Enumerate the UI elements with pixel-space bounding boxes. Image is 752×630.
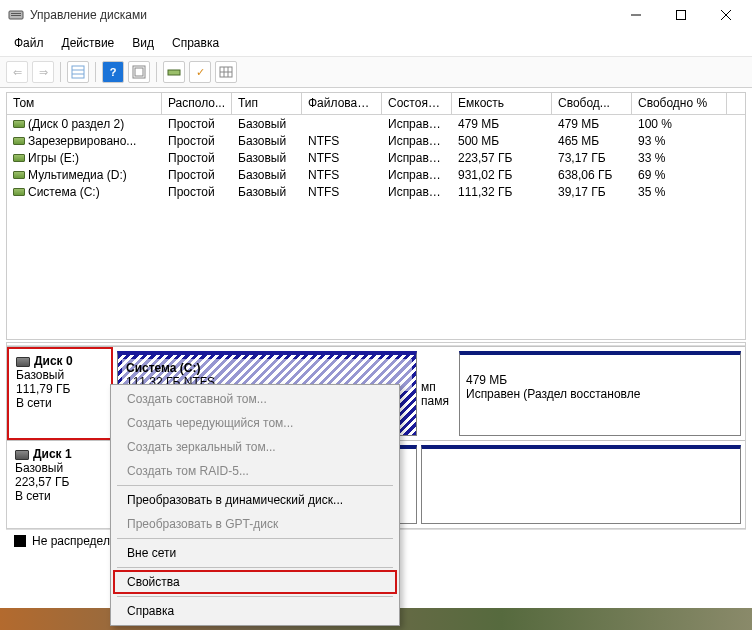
- svg-rect-12: [168, 70, 180, 75]
- menu-view[interactable]: Вид: [124, 34, 162, 52]
- cell-freep: 100 %: [632, 117, 727, 131]
- cell-fs: NTFS: [302, 134, 382, 148]
- cell-state: Исправен...: [382, 117, 452, 131]
- col-fs[interactable]: Файловая с...: [302, 93, 382, 114]
- cell-type: Базовый: [232, 151, 302, 165]
- partition[interactable]: [421, 445, 741, 524]
- cell-cap: 223,57 ГБ: [452, 151, 552, 165]
- svg-rect-7: [72, 66, 84, 78]
- cell-free: 73,17 ГБ: [552, 151, 632, 165]
- table-row[interactable]: Игры (E:) Простой Базовый NTFS Исправен.…: [7, 149, 745, 166]
- col-free-pct[interactable]: Свободно %: [632, 93, 727, 114]
- disk-title: Диск 1: [33, 447, 72, 461]
- disk-size: 111,79 ГБ: [16, 382, 104, 396]
- context-menu: Создать составной том... Создать чередую…: [110, 384, 400, 626]
- menu-help[interactable]: Справка: [164, 34, 227, 52]
- partition[interactable]: 479 МБ Исправен (Раздел восстановле: [459, 351, 741, 436]
- cm-create-spanned[interactable]: Создать составной том...: [113, 387, 397, 411]
- table-row[interactable]: (Диск 0 раздел 2) Простой Базовый Исправ…: [7, 115, 745, 132]
- cm-create-mirror[interactable]: Создать зеркальный том...: [113, 435, 397, 459]
- help-button[interactable]: ?: [102, 61, 124, 83]
- minimize-button[interactable]: [613, 1, 658, 29]
- refresh-button[interactable]: [128, 61, 150, 83]
- cell-cap: 931,02 ГБ: [452, 168, 552, 182]
- disk-status: В сети: [16, 396, 104, 410]
- cell-fs: NTFS: [302, 185, 382, 199]
- cell-cap: 111,32 ГБ: [452, 185, 552, 199]
- toolbar-sep3: [156, 62, 157, 82]
- toolbar: ⇐ ⇒ ? ✓: [0, 57, 752, 88]
- disk-list-button[interactable]: [163, 61, 185, 83]
- col-free[interactable]: Свобод...: [552, 93, 632, 114]
- cell-name: (Диск 0 раздел 2): [28, 117, 124, 131]
- grid-button[interactable]: [215, 61, 237, 83]
- app-icon: [8, 7, 24, 23]
- col-type[interactable]: Тип: [232, 93, 302, 114]
- cm-separator: [117, 538, 393, 539]
- cell-cap: 479 МБ: [452, 117, 552, 131]
- volume-icon: [13, 171, 25, 179]
- col-volume[interactable]: Том: [7, 93, 162, 114]
- cm-offline[interactable]: Вне сети: [113, 541, 397, 565]
- volume-list-header: Том Располо... Тип Файловая с... Состоян…: [7, 93, 745, 115]
- table-row[interactable]: Зарезервировано... Простой Базовый NTFS …: [7, 132, 745, 149]
- cm-create-striped[interactable]: Создать чередующийся том...: [113, 411, 397, 435]
- svg-rect-4: [676, 11, 685, 20]
- cm-properties[interactable]: Свойства: [113, 570, 397, 594]
- partition-label-extra: мп памя: [421, 351, 455, 436]
- svg-rect-2: [11, 15, 21, 16]
- cell-name: Система (C:): [28, 185, 100, 199]
- disk-label-box[interactable]: Диск 1 Базовый 223,57 ГБ В сети: [7, 441, 113, 528]
- view-list-button[interactable]: [67, 61, 89, 83]
- cm-convert-gpt[interactable]: Преобразовать в GPT-диск: [113, 512, 397, 536]
- disk-icon: [16, 357, 30, 367]
- cell-name: Игры (E:): [28, 151, 79, 165]
- cm-create-raid5[interactable]: Создать том RAID-5...: [113, 459, 397, 483]
- cell-free: 465 МБ: [552, 134, 632, 148]
- disk-status: В сети: [15, 489, 104, 503]
- cell-name: Зарезервировано...: [28, 134, 136, 148]
- cell-type: Базовый: [232, 185, 302, 199]
- partition-title: Система (C:): [126, 361, 408, 375]
- cell-name: Мультимедиа (D:): [28, 168, 127, 182]
- cm-help[interactable]: Справка: [113, 599, 397, 623]
- disk-size: 223,57 ГБ: [15, 475, 104, 489]
- cell-freep: 35 %: [632, 185, 727, 199]
- table-row[interactable]: Система (C:) Простой Базовый NTFS Исправ…: [7, 183, 745, 200]
- titlebar: Управление дисками: [0, 0, 752, 30]
- close-button[interactable]: [703, 1, 748, 29]
- partition-size: 479 МБ: [466, 373, 734, 387]
- disk-type: Базовый: [15, 461, 104, 475]
- col-state[interactable]: Состояние: [382, 93, 452, 114]
- cell-type: Базовый: [232, 134, 302, 148]
- back-button[interactable]: ⇐: [6, 61, 28, 83]
- volume-icon: [13, 188, 25, 196]
- col-layout[interactable]: Располо...: [162, 93, 232, 114]
- cell-fs: NTFS: [302, 168, 382, 182]
- cell-freep: 93 %: [632, 134, 727, 148]
- cell-type: Базовый: [232, 168, 302, 182]
- cell-layout: Простой: [162, 185, 232, 199]
- window-title: Управление дисками: [30, 8, 613, 22]
- disk-label-box[interactable]: Диск 0 Базовый 111,79 ГБ В сети: [7, 347, 113, 440]
- cell-type: Базовый: [232, 117, 302, 131]
- col-capacity[interactable]: Емкость: [452, 93, 552, 114]
- cell-free: 39,17 ГБ: [552, 185, 632, 199]
- table-row[interactable]: Мультимедиа (D:) Простой Базовый NTFS Ис…: [7, 166, 745, 183]
- partition-status: Исправен (Раздел восстановле: [466, 387, 734, 401]
- volume-icon: [13, 154, 25, 162]
- cell-free: 638,06 ГБ: [552, 168, 632, 182]
- menu-file[interactable]: Файл: [6, 34, 52, 52]
- cm-convert-dynamic[interactable]: Преобразовать в динамический диск...: [113, 488, 397, 512]
- menu-action[interactable]: Действие: [54, 34, 123, 52]
- maximize-button[interactable]: [658, 1, 703, 29]
- cell-free: 479 МБ: [552, 117, 632, 131]
- fwd-button[interactable]: ⇒: [32, 61, 54, 83]
- cell-state: Исправен...: [382, 185, 452, 199]
- check-button[interactable]: ✓: [189, 61, 211, 83]
- cell-state: Исправен...: [382, 168, 452, 182]
- disk-type: Базовый: [16, 368, 104, 382]
- volume-list-body: (Диск 0 раздел 2) Простой Базовый Исправ…: [7, 115, 745, 200]
- cell-state: Исправен...: [382, 151, 452, 165]
- cell-layout: Простой: [162, 134, 232, 148]
